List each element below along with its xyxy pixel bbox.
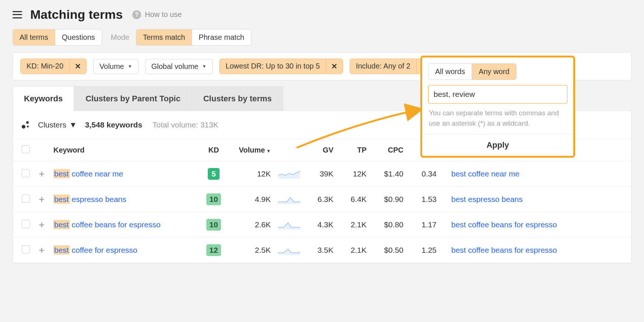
all-words-toggle[interactable]: All words <box>428 64 472 80</box>
trend-sparkline <box>278 246 300 255</box>
tab-clusters-parent[interactable]: Clusters by Parent Topic <box>74 86 192 111</box>
filter-global-volume[interactable]: Global volume ▼ <box>145 59 213 74</box>
how-to-use-link[interactable]: ? How to use <box>132 10 182 19</box>
chevron-down-icon: ▼ <box>202 64 206 69</box>
cpc-value: $0.90 <box>370 187 407 212</box>
cpc-value: $1.40 <box>370 161 407 187</box>
volume-value: 2.6K <box>227 212 274 238</box>
all-terms-toggle[interactable]: All terms <box>13 29 55 45</box>
kd-badge: 10 <box>206 219 221 231</box>
keyword-count: 3,548 keywords <box>85 120 142 129</box>
any-word-toggle[interactable]: Any word <box>472 64 516 80</box>
row-checkbox[interactable] <box>22 195 30 203</box>
gv-value: 6.3K <box>304 187 337 212</box>
col-keyword[interactable]: Keyword <box>50 139 201 161</box>
help-icon: ? <box>132 10 141 19</box>
trend-sparkline <box>278 170 300 179</box>
parent-topic-link[interactable]: best coffee beans for espresso <box>451 220 557 229</box>
chevron-down-icon: ▼ <box>69 120 77 129</box>
page-title: Matching terms <box>30 7 123 22</box>
hamburger-icon[interactable] <box>13 11 22 18</box>
tp-value: 2.1K <box>337 238 370 263</box>
volume-value: 4.9K <box>227 187 274 212</box>
col-gv[interactable]: GV <box>304 139 337 161</box>
filter-kd[interactable]: KD: Min-20 ✕ <box>20 59 87 74</box>
volume-value: 2.5K <box>227 238 274 263</box>
table-row: +best coffee beans for espresso102.6K4.3… <box>13 212 631 238</box>
cps-value: 0.34 <box>407 161 440 187</box>
filter-lowest-dr-remove[interactable]: ✕ <box>326 59 343 74</box>
how-to-use-label: How to use <box>145 10 182 19</box>
col-volume[interactable]: Volume▼ <box>227 139 274 161</box>
tp-value: 12K <box>337 161 370 187</box>
col-cpc[interactable]: CPC <box>370 139 407 161</box>
kd-badge: 5 <box>208 168 220 180</box>
expand-row-icon[interactable]: + <box>37 219 46 231</box>
include-terms-input[interactable] <box>428 85 567 104</box>
cpc-value: $0.80 <box>370 212 407 238</box>
phrase-match-toggle[interactable]: Phrase match <box>192 29 251 45</box>
apply-button[interactable]: Apply <box>486 140 509 150</box>
keyword-link[interactable]: best coffee near me <box>53 169 123 178</box>
include-match-toggle: All words Any word <box>428 63 517 80</box>
keyword-link[interactable]: best espresso beans <box>53 195 126 204</box>
filter-include-label: Include: Any of 2 <box>350 59 416 74</box>
expand-row-icon[interactable]: + <box>37 194 46 205</box>
table-row: +best coffee for espresso122.5K3.5K2.1K$… <box>13 238 631 263</box>
tp-value: 6.4K <box>337 187 370 212</box>
cps-value: 1.53 <box>407 187 440 212</box>
trend-sparkline <box>278 221 300 230</box>
terms-match-toggle[interactable]: Terms match <box>136 29 192 45</box>
parent-topic-link[interactable]: best espresso beans <box>451 195 523 203</box>
select-all-checkbox[interactable] <box>22 145 30 153</box>
keyword-link[interactable]: best coffee beans for espresso <box>53 220 161 229</box>
include-hint: You can separate terms with commas and u… <box>429 108 567 128</box>
cps-value: 1.25 <box>407 238 440 263</box>
include-filter-popover: All words Any word You can separate term… <box>420 56 575 158</box>
mode-toggle-group: Terms match Phrase match <box>136 29 251 46</box>
filter-volume-label: Volume <box>99 62 124 71</box>
gv-value: 4.3K <box>304 212 337 238</box>
parent-topic-link[interactable]: best coffee beans for espresso <box>451 246 557 254</box>
table-row: +best coffee near me512K39K12K$1.400.34b… <box>13 161 631 187</box>
expand-row-icon[interactable]: + <box>37 245 46 256</box>
tp-value: 2.1K <box>337 212 370 238</box>
row-checkbox[interactable] <box>22 245 30 253</box>
filter-lowest-dr[interactable]: Lowest DR: Up to 30 in top 5 ✕ <box>219 59 343 74</box>
col-tp[interactable]: TP <box>337 139 370 161</box>
clusters-icon <box>22 121 30 129</box>
filter-global-volume-label: Global volume <box>151 62 199 71</box>
filter-volume[interactable]: Volume ▼ <box>93 59 139 74</box>
gv-value: 3.5K <box>304 238 337 263</box>
total-volume: Total volume: 313K <box>153 120 218 129</box>
filter-kd-remove[interactable]: ✕ <box>69 59 86 74</box>
parent-topic-link[interactable]: best coffee near me <box>451 169 519 178</box>
clusters-dropdown[interactable]: Clusters ▼ <box>38 120 77 129</box>
tab-clusters-terms[interactable]: Clusters by terms <box>192 86 283 111</box>
mode-label: Mode <box>111 33 129 42</box>
gv-value: 39K <box>304 161 337 187</box>
kd-badge: 12 <box>206 244 221 256</box>
clusters-label: Clusters <box>38 120 66 129</box>
col-kd[interactable]: KD <box>201 139 227 161</box>
terms-toggle-group: All terms Questions <box>13 29 102 46</box>
filter-lowest-dr-label: Lowest DR: Up to 30 in top 5 <box>220 59 326 74</box>
table-row: +best espresso beans104.9K6.3K6.4K$0.901… <box>13 187 631 212</box>
trend-sparkline <box>278 195 300 204</box>
sort-desc-icon: ▼ <box>266 148 271 154</box>
chevron-down-icon: ▼ <box>128 64 132 69</box>
filter-kd-label: KD: Min-20 <box>21 59 69 74</box>
volume-value: 12K <box>227 161 274 187</box>
cpc-value: $0.50 <box>370 238 407 263</box>
cps-value: 1.17 <box>407 212 440 238</box>
questions-toggle[interactable]: Questions <box>55 29 102 45</box>
keyword-link[interactable]: best coffee for espresso <box>53 245 137 255</box>
expand-row-icon[interactable]: + <box>37 168 46 180</box>
tab-keywords[interactable]: Keywords <box>13 86 74 111</box>
row-checkbox[interactable] <box>22 220 30 228</box>
row-checkbox[interactable] <box>22 169 30 177</box>
kd-badge: 10 <box>206 193 221 205</box>
